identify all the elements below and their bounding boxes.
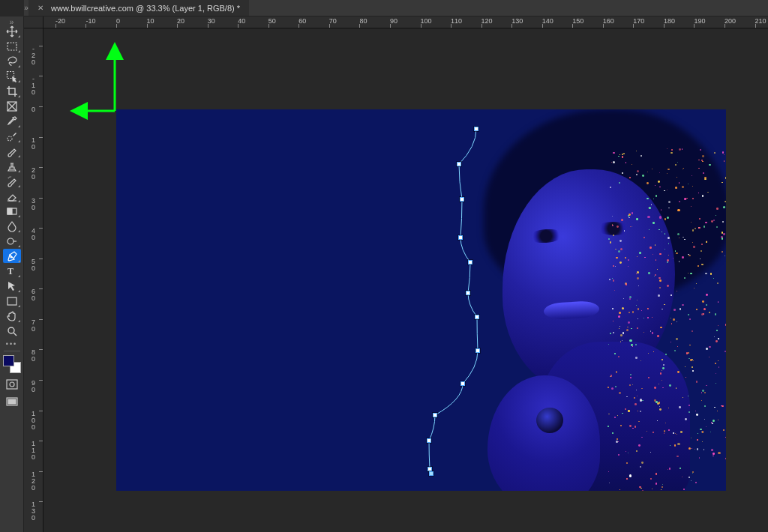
dodge-tool[interactable]	[3, 234, 21, 248]
svg-point-7	[10, 256, 12, 258]
hand-tool[interactable]	[3, 309, 21, 323]
ruler-h-tick: 10	[147, 16, 154, 28]
ruler-v-tick: 130	[24, 501, 43, 522]
ruler-h-tick: 70	[329, 16, 337, 28]
lasso-tool[interactable]	[3, 54, 21, 68]
blur-tool[interactable]	[3, 219, 21, 233]
ruler-h-tick: 210	[755, 16, 766, 28]
history-brush-tool[interactable]	[3, 174, 21, 188]
ruler-v-tick: 90	[24, 380, 43, 393]
spot-healing-brush-tool[interactable]	[3, 129, 21, 143]
pen-anchor[interactable]	[458, 235, 463, 240]
pen-anchor[interactable]	[468, 260, 472, 265]
svg-rect-9	[8, 297, 16, 305]
svg-rect-0	[8, 43, 16, 50]
rectangular-marquee-tool[interactable]	[3, 39, 21, 53]
brush-tool[interactable]	[3, 144, 21, 158]
eyedropper-tool[interactable]	[3, 114, 21, 128]
ruler-h-tick: 160	[603, 16, 614, 28]
object-selection-tool[interactable]	[3, 69, 21, 83]
svg-point-3	[8, 136, 12, 141]
ruler-h-tick: 90	[390, 16, 398, 28]
ruler-v-tick: 120	[24, 471, 43, 492]
separator	[4, 351, 20, 351]
ruler-v-tick: -20	[24, 46, 43, 66]
zoom-tool[interactable]	[3, 324, 21, 338]
pen-anchor[interactable]	[457, 162, 461, 166]
svg-rect-14	[8, 399, 16, 404]
svg-text:T: T	[8, 266, 14, 276]
ruler-horizontal[interactable]: -20-100102030405060708090100110120130140…	[44, 16, 768, 28]
ruler-v-tick: 60	[24, 288, 43, 302]
ruler-v-tick: 0	[24, 106, 43, 113]
ruler-vertical[interactable]: -20-100102030405060708090100110120130140	[24, 28, 44, 532]
pen-anchor[interactable]	[460, 381, 465, 386]
svg-point-10	[8, 327, 14, 333]
pen-anchor[interactable]	[474, 127, 478, 131]
color-swatches[interactable]	[3, 355, 21, 373]
ruler-v-tick: 30	[24, 198, 43, 211]
ruler-h-tick: 120	[482, 16, 493, 28]
document-title: www.bwillcreative.com @ 33.3% (Layer 1, …	[51, 4, 240, 13]
document-tab-bar: » ✕ www.bwillcreative.com @ 33.3% (Layer…	[24, 0, 768, 16]
ruler-origin[interactable]	[24, 16, 44, 28]
ruler-h-tick: 80	[359, 16, 367, 28]
workspace[interactable]	[44, 28, 768, 532]
close-icon[interactable]: ✕	[38, 4, 44, 12]
ruler-v-tick: 40	[24, 228, 43, 241]
ruler-h-tick: 50	[268, 16, 276, 28]
edit-toolbar-icon[interactable]: •••	[6, 341, 17, 347]
pen-anchor[interactable]	[429, 471, 434, 476]
ruler-h-tick: -20	[56, 16, 65, 28]
crop-tool[interactable]	[3, 84, 21, 98]
path-selection-tool[interactable]	[3, 279, 21, 293]
type-tool[interactable]: T	[3, 264, 21, 278]
svg-point-6	[8, 238, 14, 244]
ruler-v-tick: 50	[24, 259, 43, 272]
eraser-tool[interactable]	[3, 189, 21, 203]
ruler-h-tick: 140	[542, 16, 554, 28]
ruler-h-tick: 180	[664, 16, 675, 28]
pen-anchor[interactable]	[476, 348, 480, 353]
pen-anchor[interactable]	[460, 197, 464, 202]
svg-point-12	[10, 382, 14, 387]
pen-anchor[interactable]	[466, 291, 470, 295]
ruler-v-tick: 20	[24, 167, 43, 181]
svg-rect-5	[8, 208, 12, 214]
ruler-h-tick: -10	[86, 16, 95, 28]
ruler-h-tick: 190	[694, 16, 705, 28]
ruler-h-tick: 30	[208, 16, 215, 28]
document-canvas[interactable]	[116, 109, 726, 491]
pen-anchor[interactable]	[433, 413, 437, 417]
screen-mode[interactable]	[3, 396, 21, 409]
rectangle-tool[interactable]	[3, 294, 21, 308]
clone-stamp-tool[interactable]	[3, 159, 21, 173]
ruler-h-tick: 60	[298, 16, 306, 28]
tool-palette: » T •••	[0, 16, 24, 532]
subject-image	[412, 109, 726, 491]
gradient-tool[interactable]	[3, 204, 21, 218]
ruler-h-tick: 0	[116, 16, 120, 28]
expand-tools-icon[interactable]: »	[10, 18, 14, 24]
ruler-h-tick: 130	[512, 16, 523, 28]
ruler-v-tick: 10	[24, 137, 43, 151]
ruler-h-tick: 170	[633, 16, 644, 28]
ruler-h-tick: 200	[724, 16, 736, 28]
document-tab[interactable]: ✕ www.bwillcreative.com @ 33.3% (Layer 1…	[28, 0, 249, 16]
ruler-v-tick: 100	[24, 411, 43, 431]
ruler-h-tick: 110	[451, 16, 462, 28]
ruler-h-tick: 150	[572, 16, 584, 28]
pen-anchor[interactable]	[427, 438, 431, 443]
ruler-v-tick: 110	[24, 441, 43, 461]
foreground-color-swatch[interactable]	[3, 355, 14, 366]
ruler-v-tick: 80	[24, 349, 43, 363]
pen-tool[interactable]	[3, 249, 21, 263]
frame-tool[interactable]	[3, 99, 21, 113]
pen-anchor[interactable]	[475, 315, 479, 319]
ruler-v-tick: -10	[24, 76, 43, 96]
ruler-h-tick: 40	[238, 16, 245, 28]
move-tool[interactable]	[3, 24, 21, 38]
quick-mask-mode[interactable]	[3, 378, 21, 391]
ruler-h-tick: 20	[177, 16, 184, 28]
ruler-v-tick: 70	[24, 319, 43, 333]
